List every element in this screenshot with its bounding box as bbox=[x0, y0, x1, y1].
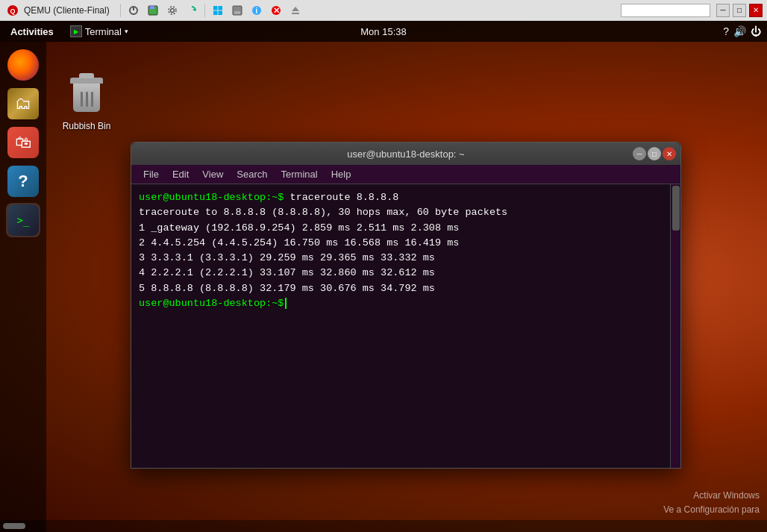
application-dock: 🗂 🛍 ? >_ bbox=[0, 42, 46, 532]
appstore-icon: 🛍 bbox=[7, 127, 39, 158]
taskbar-right-area: ? 🔊 ⏻ bbox=[723, 25, 767, 37]
qemu-minimize-button[interactable]: ─ bbox=[716, 4, 730, 17]
qemu-floppy-icon[interactable] bbox=[145, 2, 161, 19]
svg-rect-14 bbox=[234, 11, 240, 14]
bottom-scrollbar-bar[interactable] bbox=[0, 520, 767, 532]
menu-edit[interactable]: Edit bbox=[166, 167, 195, 181]
qemu-toolbar: Q QEMU (Cliente-Final) i ✕ bbox=[0, 0, 767, 21]
qemu-title: QEMU (Cliente-Final) bbox=[24, 5, 110, 16]
svg-rect-9 bbox=[213, 6, 218, 10]
qemu-gear-icon[interactable] bbox=[164, 2, 181, 19]
svg-rect-12 bbox=[218, 10, 222, 15]
output-4: 2 4.4.5.254 (4.4.5.254) 16.750 ms 16.568… bbox=[139, 237, 459, 248]
rubbish-bin-icon[interactable]: Rubbish Bin bbox=[57, 79, 116, 131]
watermark-line1: Activar Windows bbox=[663, 489, 760, 503]
files-icon: 🗂 bbox=[7, 88, 39, 119]
dock-terminal[interactable]: >_ bbox=[6, 203, 40, 237]
terminal-maximize-button[interactable]: □ bbox=[648, 147, 661, 160]
terminal-title: user@ubuntu18-desktop: ~ bbox=[131, 148, 680, 160]
qemu-logo: Q bbox=[4, 2, 21, 19]
output-3: 1 _gateway (192.168.9.254) 2.859 ms 2.51… bbox=[139, 222, 459, 234]
qemu-save-icon[interactable] bbox=[229, 2, 245, 19]
svg-marker-8 bbox=[192, 8, 195, 11]
dock-files[interactable]: 🗂 bbox=[6, 87, 40, 121]
terminal-dropdown-arrow: ▾ bbox=[125, 28, 128, 35]
prompt-1: user@ubuntu18-desktop:~$ bbox=[139, 192, 284, 203]
svg-text:Q: Q bbox=[10, 7, 15, 15]
qemu-eject-icon[interactable] bbox=[287, 2, 304, 19]
activate-windows-watermark: Activar Windows Ve a Configuración para bbox=[663, 489, 760, 517]
svg-point-6 bbox=[170, 8, 174, 12]
separator2 bbox=[204, 4, 205, 17]
output-6: 4 2.2.2.1 (2.2.2.1) 33.107 ms 32.860 ms … bbox=[139, 267, 435, 278]
qemu-restore-button[interactable]: □ bbox=[733, 4, 746, 17]
taskbar-clock[interactable]: Mon 15:38 bbox=[360, 26, 406, 37]
firefox-icon bbox=[7, 49, 39, 81]
activities-button[interactable]: Activities bbox=[0, 21, 64, 42]
cursor bbox=[285, 298, 292, 309]
ubuntu-taskbar: Activities ▶ Terminal ▾ Mon 15:38 ? 🔊 ⏻ bbox=[0, 21, 767, 42]
svg-rect-20 bbox=[292, 13, 299, 14]
terminal-line-6: 4 2.2.2.1 (2.2.2.1) 33.107 ms 32.860 ms … bbox=[139, 266, 673, 281]
bottom-scrollbar-thumb bbox=[3, 523, 25, 529]
trash-body bbox=[73, 84, 100, 112]
qemu-search-input[interactable] bbox=[621, 4, 710, 17]
terminal-line-1: user@ubuntu18-desktop:~$ traceroute 8.8.… bbox=[139, 190, 673, 205]
qemu-power-icon[interactable] bbox=[125, 2, 142, 19]
menu-search[interactable]: Search bbox=[231, 167, 273, 181]
trash-graphic bbox=[69, 79, 104, 118]
terminal-close-button[interactable]: ✕ bbox=[663, 147, 676, 160]
terminal-menu: File Edit View Search Terminal Help bbox=[131, 165, 680, 184]
qemu-windows-icon[interactable] bbox=[210, 2, 226, 19]
qemu-info-icon[interactable]: i bbox=[248, 2, 265, 19]
svg-text:✕: ✕ bbox=[272, 6, 279, 15]
qemu-close-button[interactable]: ✕ bbox=[749, 4, 763, 17]
rubbish-bin-label: Rubbish Bin bbox=[63, 121, 111, 131]
terminal-line-2: traceroute to 8.8.8.8 (8.8.8.8), 30 hops… bbox=[139, 205, 673, 220]
terminal-scroll-thumb bbox=[672, 186, 680, 231]
terminal-line-7: 5 8.8.8.8 (8.8.8.8) 32.179 ms 30.676 ms … bbox=[139, 281, 673, 296]
terminal-line-5: 3 3.3.3.1 (3.3.3.1) 29.259 ms 29.365 ms … bbox=[139, 251, 673, 266]
taskbar-power-icon[interactable]: ⏻ bbox=[751, 25, 761, 37]
menu-help[interactable]: Help bbox=[325, 167, 357, 181]
help-icon: ? bbox=[7, 166, 39, 197]
prompt-8: user@ubuntu18-desktop:~$ bbox=[139, 298, 284, 309]
svg-point-7 bbox=[169, 7, 176, 14]
trash-lines bbox=[81, 92, 93, 107]
svg-text:i: i bbox=[255, 7, 257, 15]
output-2: traceroute to 8.8.8.8 (8.8.8.8), 30 hops… bbox=[139, 207, 507, 218]
qemu-window-controls: ─ □ ✕ bbox=[716, 4, 763, 17]
menu-terminal[interactable]: Terminal bbox=[275, 167, 324, 181]
output-7: 5 8.8.8.8 (8.8.8.8) 32.179 ms 30.676 ms … bbox=[139, 283, 435, 294]
dock-appstore[interactable]: 🛍 bbox=[6, 125, 40, 160]
taskbar-question-icon[interactable]: ? bbox=[723, 25, 729, 37]
svg-marker-19 bbox=[292, 7, 299, 11]
terminal-line-8: user@ubuntu18-desktop:~$ bbox=[139, 296, 673, 311]
terminal-body[interactable]: user@ubuntu18-desktop:~$ traceroute 8.8.… bbox=[131, 184, 680, 468]
menu-view[interactable]: View bbox=[196, 167, 229, 181]
qemu-refresh-icon[interactable] bbox=[184, 2, 200, 19]
terminal-minimize-button[interactable]: ─ bbox=[633, 147, 646, 160]
terminal-titlebar: user@ubuntu18-desktop: ~ ─ □ ✕ bbox=[131, 143, 680, 165]
qemu-stop-icon[interactable]: ✕ bbox=[268, 2, 284, 19]
dock-firefox[interactable] bbox=[6, 48, 40, 82]
terminal-scrollbar[interactable] bbox=[670, 184, 680, 468]
watermark-line2: Ve a Configuración para bbox=[663, 503, 760, 517]
terminal-taskbar-button[interactable]: ▶ Terminal ▾ bbox=[64, 21, 134, 42]
output-5: 3 3.3.3.1 (3.3.3.1) 29.259 ms 29.365 ms … bbox=[139, 252, 435, 263]
cmd-1: traceroute 8.8.8.8 bbox=[284, 192, 398, 203]
menu-file[interactable]: File bbox=[137, 167, 165, 181]
terminal-window-controls: ─ □ ✕ bbox=[633, 147, 676, 160]
taskbar-sound-icon[interactable]: 🔊 bbox=[733, 25, 746, 37]
terminal-line-4: 2 4.4.5.254 (4.4.5.254) 16.750 ms 16.568… bbox=[139, 236, 673, 251]
dock-help[interactable]: ? bbox=[6, 164, 40, 198]
svg-rect-11 bbox=[213, 10, 218, 15]
terminal-taskbar-label: Terminal bbox=[85, 26, 122, 37]
terminal-line-3: 1 _gateway (192.168.9.254) 2.859 ms 2.51… bbox=[139, 221, 673, 236]
svg-rect-5 bbox=[150, 6, 154, 9]
terminal-dock-icon: >_ bbox=[7, 204, 39, 236]
svg-rect-10 bbox=[218, 6, 222, 10]
separator1 bbox=[120, 4, 121, 17]
terminal-window: user@ubuntu18-desktop: ~ ─ □ ✕ File Edit… bbox=[131, 142, 681, 469]
desktop-background: Activities ▶ Terminal ▾ Mon 15:38 ? 🔊 ⏻ … bbox=[0, 21, 767, 532]
